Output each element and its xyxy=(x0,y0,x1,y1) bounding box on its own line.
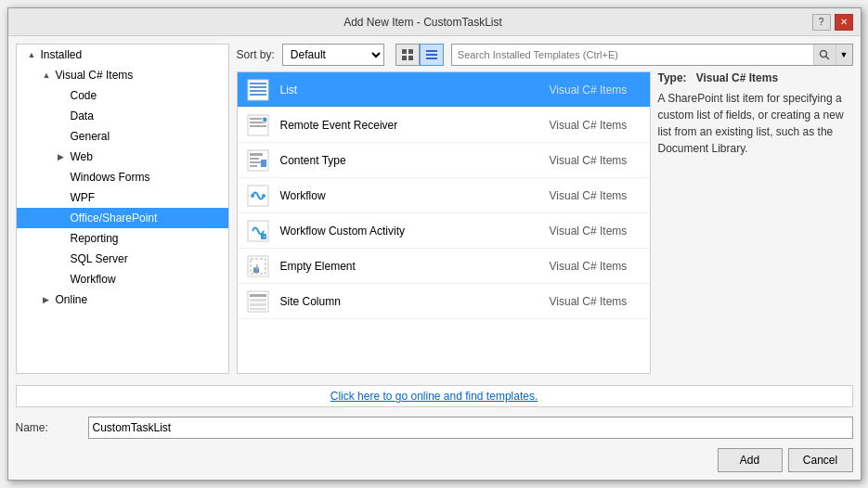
arrow-workflow xyxy=(58,275,71,284)
svg-text:!: ! xyxy=(263,118,264,123)
name-label: Name: xyxy=(16,421,81,434)
office-sharepoint-label: Office/SharePoint xyxy=(71,212,158,225)
svg-rect-36 xyxy=(253,267,259,269)
items-panel: List Visual C# Items ! xyxy=(237,71,651,374)
tree-item-code[interactable]: Code xyxy=(17,85,228,106)
arrow-sql xyxy=(58,254,71,263)
data-label: Data xyxy=(71,109,94,122)
svg-rect-25 xyxy=(261,160,266,167)
site-column-category: Visual C# Items xyxy=(550,295,642,308)
svg-rect-11 xyxy=(250,86,266,88)
list-item[interactable]: ✓ Workflow Custom Activity Visual C# Ite… xyxy=(238,213,650,249)
svg-rect-6 xyxy=(426,58,437,59)
arrow-web: ▶ xyxy=(58,152,71,161)
add-button[interactable]: Add xyxy=(718,448,783,472)
content-row: List Visual C# Items ! xyxy=(237,71,853,374)
list-item[interactable]: Site Column Visual C# Items xyxy=(238,284,650,319)
view-buttons xyxy=(395,44,444,66)
desc-text: A SharePoint list item for specifying a … xyxy=(658,90,853,157)
list-icon xyxy=(245,77,271,103)
online-link[interactable]: Click here to go online and find templat… xyxy=(16,385,853,407)
close-button[interactable]: ✕ xyxy=(835,14,853,31)
svg-rect-2 xyxy=(402,56,407,60)
svg-point-7 xyxy=(821,51,827,58)
search-button[interactable] xyxy=(813,45,836,65)
list-item[interactable]: ! Remote Event Receiver Visual C# Items xyxy=(238,108,650,143)
workflow-custom-name: Workflow Custom Activity xyxy=(280,225,540,238)
arrow-icon: ▲ xyxy=(28,50,41,59)
arrow-wpf xyxy=(58,193,71,202)
arrow-data xyxy=(58,111,71,121)
arrow-online: ▶ xyxy=(43,295,56,304)
arrow-general xyxy=(58,132,71,141)
svg-rect-17 xyxy=(250,125,266,127)
sort-select[interactable]: Default xyxy=(282,44,384,66)
desc-type-row: Type: Visual C# Items xyxy=(658,71,853,84)
list-item-name: List xyxy=(280,83,540,96)
svg-text:✓: ✓ xyxy=(262,234,266,239)
dialog-title: Add New Item - CustomTaskList xyxy=(34,16,812,29)
tree-item-installed[interactable]: ▲ Installed xyxy=(17,45,228,65)
sort-label: Sort by: xyxy=(237,48,275,61)
svg-rect-41 xyxy=(250,308,266,310)
site-column-icon xyxy=(245,289,271,315)
tree-item-web[interactable]: ▶ Web xyxy=(17,147,228,167)
svg-rect-40 xyxy=(250,303,266,306)
tree-item-reporting[interactable]: Reporting xyxy=(17,228,228,249)
svg-rect-38 xyxy=(250,294,266,297)
svg-rect-3 xyxy=(408,56,413,60)
tree-item-data[interactable]: Data xyxy=(17,106,228,126)
svg-rect-12 xyxy=(250,90,266,92)
reporting-label: Reporting xyxy=(71,232,119,245)
description-panel: Type: Visual C# Items A SharePoint list … xyxy=(658,71,853,374)
list-view-button[interactable] xyxy=(420,44,444,66)
grid-view-button[interactable] xyxy=(395,44,420,66)
tree-item-general[interactable]: General xyxy=(17,126,228,147)
search-dropdown-button[interactable]: ▼ xyxy=(836,45,852,65)
list-item[interactable]: Workflow Visual C# Items xyxy=(238,178,650,213)
desc-type-label: Type: Visual C# Items xyxy=(658,71,779,84)
sql-server-label: SQL Server xyxy=(71,252,128,265)
tree-item-wpf[interactable]: WPF xyxy=(17,187,228,208)
content-type-category: Visual C# Items xyxy=(550,154,642,167)
search-box: ▼ xyxy=(451,44,853,66)
desc-type-value: Visual C# Items xyxy=(696,71,779,84)
list-item-category: Visual C# Items xyxy=(550,83,642,96)
list-item[interactable]: List Visual C# Items xyxy=(238,72,650,108)
arrow-code xyxy=(58,91,71,100)
tree-item-windows-forms[interactable]: Windows Forms xyxy=(17,167,228,187)
toolbar-row: Sort by: Default xyxy=(237,44,853,66)
search-input[interactable] xyxy=(452,45,813,65)
bottom-area: Click here to go online and find templat… xyxy=(8,381,861,480)
vcsharp-label: Visual C# Items xyxy=(56,69,134,82)
remote-event-icon: ! xyxy=(245,112,271,138)
empty-element-icon xyxy=(245,253,271,279)
tree-item-sql-server[interactable]: SQL Server xyxy=(17,249,228,269)
workflow-custom-category: Visual C# Items xyxy=(550,225,642,238)
name-row: Name: xyxy=(16,413,853,443)
list-item[interactable]: Empty Element Visual C# Items xyxy=(238,249,650,284)
arrow-icon-vcsharp: ▲ xyxy=(43,71,56,80)
arrow-wf xyxy=(58,173,71,182)
workflow-label: Workflow xyxy=(71,273,116,286)
svg-rect-13 xyxy=(250,94,266,96)
name-input[interactable] xyxy=(88,417,853,439)
svg-rect-23 xyxy=(250,161,261,163)
title-bar-buttons: ? ✕ xyxy=(812,14,853,31)
svg-rect-39 xyxy=(250,299,266,302)
svg-rect-1 xyxy=(408,49,413,54)
tree-item-online[interactable]: ▶ Online xyxy=(17,289,228,310)
workflow-icon xyxy=(245,183,271,209)
tree-item-vcsharp[interactable]: ▲ Visual C# Items xyxy=(17,65,228,85)
tree-item-office-sharepoint[interactable]: Office/SharePoint xyxy=(17,208,228,228)
svg-point-28 xyxy=(262,194,266,198)
svg-rect-10 xyxy=(250,83,266,84)
site-column-name: Site Column xyxy=(280,295,540,308)
help-button[interactable]: ? xyxy=(812,14,831,31)
tree-item-workflow[interactable]: Workflow xyxy=(17,269,228,289)
workflow-category: Visual C# Items xyxy=(550,189,642,202)
svg-rect-21 xyxy=(250,153,263,156)
cancel-button[interactable]: Cancel xyxy=(788,448,853,472)
list-item[interactable]: Content Type Visual C# Items xyxy=(238,143,650,178)
left-tree-panel: ▲ Installed ▲ Visual C# Items Code xyxy=(16,44,229,374)
